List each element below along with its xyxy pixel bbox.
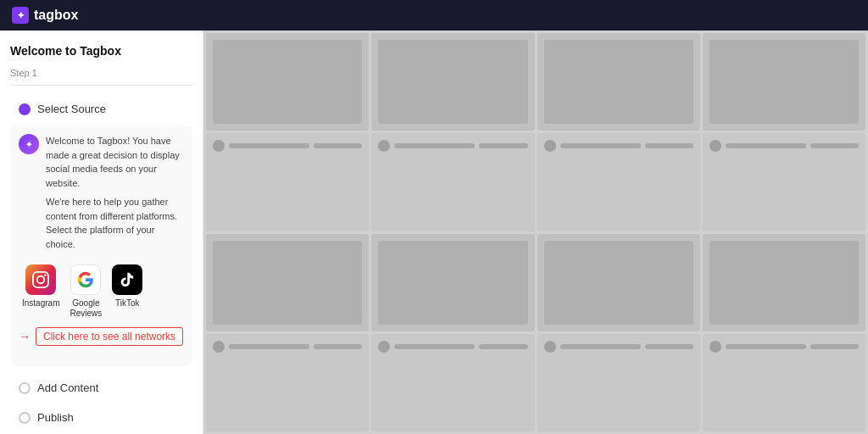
content-card [371, 234, 534, 331]
content-card [206, 33, 369, 131]
card-header-row [544, 341, 693, 353]
content-card [371, 33, 534, 131]
card-avatar [709, 140, 721, 152]
card-header-row [378, 140, 527, 152]
card-image [544, 40, 693, 124]
card-content-lines [213, 357, 362, 364]
content-card [537, 334, 700, 431]
card-image [709, 241, 859, 325]
content-card [537, 133, 700, 231]
card-header-row [709, 140, 859, 152]
card-line [394, 344, 475, 349]
card-line [726, 143, 806, 148]
card-header-row [213, 140, 362, 152]
card-content-lines [213, 156, 362, 163]
step-add-content[interactable]: Add Content [10, 375, 192, 401]
card-content-lines [544, 357, 693, 364]
card-header-row [544, 140, 693, 152]
instagram-label: Instagram [22, 298, 59, 309]
step-source-label: Select Source [37, 103, 106, 115]
source-section: ✦ Welcome to Tagbox! You have made a gre… [10, 125, 192, 366]
card-avatar [544, 140, 556, 152]
step-label: Step 1 [10, 68, 192, 78]
card-line [560, 344, 641, 349]
step-radio-source [19, 103, 31, 115]
content-card [703, 334, 865, 431]
card-line [314, 143, 362, 148]
step-publish[interactable]: Publish [10, 404, 192, 431]
bot-avatar: ✦ [19, 134, 39, 154]
arrow-right-icon: → [19, 330, 31, 343]
card-avatar [213, 140, 225, 152]
card-image [378, 241, 527, 325]
bot-text-1: Welcome to Tagbox! You have made a great… [46, 134, 184, 256]
content-card [537, 234, 700, 331]
content-card [703, 33, 865, 131]
logo: ✦ tagbox [12, 7, 78, 24]
card-image [709, 40, 859, 124]
card-content-lines [378, 357, 527, 364]
step-radio-add-content [19, 382, 31, 394]
content-card [206, 133, 369, 231]
top-navigation: ✦ tagbox [0, 0, 868, 31]
step-publish-label: Publish [37, 411, 74, 424]
card-header-row [213, 341, 362, 353]
tiktok-label: TikTok [115, 298, 140, 309]
card-image [213, 40, 362, 124]
card-content-lines [378, 156, 527, 163]
step-divider [10, 85, 192, 86]
card-avatar [213, 341, 225, 353]
social-tiktok[interactable]: TikTok [112, 264, 142, 319]
card-content-lines [544, 156, 693, 163]
card-line [314, 344, 362, 349]
card-header-row [709, 341, 859, 353]
content-card [206, 334, 369, 431]
instagram-icon [25, 264, 56, 295]
card-line [645, 344, 693, 349]
card-header-row [378, 341, 527, 353]
tiktok-icon [112, 264, 142, 295]
card-line [479, 344, 527, 349]
content-card [371, 133, 534, 231]
step-radio-publish [19, 412, 31, 424]
content-card [537, 33, 700, 131]
card-line [479, 143, 527, 148]
card-line [229, 143, 309, 148]
card-line [645, 143, 693, 148]
step-add-content-label: Add Content [37, 381, 98, 394]
card-avatar [544, 341, 556, 353]
card-line [394, 143, 475, 148]
social-instagram[interactable]: Instagram [22, 264, 59, 319]
card-line [560, 143, 641, 148]
see-all-wrapper: → Click here to see all networks [19, 327, 184, 346]
card-line [810, 344, 859, 349]
content-card [371, 334, 534, 431]
content-card [703, 133, 865, 231]
card-image [213, 241, 362, 325]
card-avatar [709, 341, 721, 353]
social-platforms-grid: Instagram GoogleReviews [19, 264, 184, 319]
bot-message-1: ✦ Welcome to Tagbox! You have made a gre… [19, 134, 184, 256]
social-google-reviews[interactable]: GoogleReviews [70, 264, 102, 319]
card-image [544, 241, 693, 325]
card-line [726, 344, 806, 349]
see-all-networks-link[interactable]: Click here to see all networks [36, 327, 183, 346]
content-grid [203, 31, 868, 434]
sidebar: Welcome to Tagbox Step 1 Select Source ✦… [0, 31, 203, 434]
card-image [378, 40, 527, 124]
card-avatar [378, 140, 390, 152]
google-icon [70, 264, 101, 295]
content-card [703, 234, 865, 331]
sidebar-title: Welcome to Tagbox [10, 44, 192, 58]
card-line [810, 143, 859, 148]
step-select-source[interactable]: Select Source [10, 96, 192, 122]
logo-text: tagbox [34, 8, 78, 23]
card-line [229, 344, 309, 349]
google-reviews-label: GoogleReviews [70, 298, 102, 319]
main-layout: Welcome to Tagbox Step 1 Select Source ✦… [0, 31, 868, 434]
card-avatar [378, 341, 390, 353]
logo-icon: ✦ [12, 7, 29, 24]
card-content-lines [709, 357, 859, 364]
content-card [206, 234, 369, 331]
card-content-lines [709, 156, 859, 163]
